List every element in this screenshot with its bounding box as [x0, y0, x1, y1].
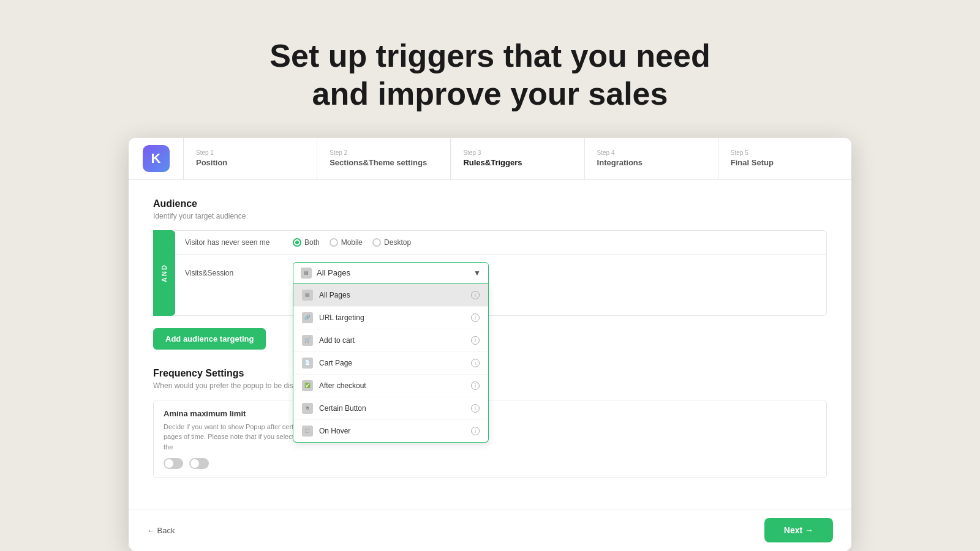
toggle-switch-1[interactable] — [164, 458, 183, 469]
info-icon-1: i — [471, 313, 480, 322]
frequency-section: Frequency Settings When would you prefer… — [153, 368, 827, 479]
info-icon-6: i — [471, 427, 480, 435]
step-1-name: Position — [196, 158, 304, 167]
step-1-label: Step 1 — [196, 149, 304, 156]
step-3-name: Rules&Triggers — [463, 158, 571, 167]
dropdown-selected-value: All Pages — [317, 268, 469, 277]
info-icon-5: i — [471, 404, 480, 413]
step-5-name: Final Setup — [731, 158, 839, 167]
radio-mobile[interactable]: Mobile — [330, 238, 363, 247]
all-pages-icon: ▤ — [302, 290, 313, 301]
after-checkout-icon: ✅ — [302, 380, 313, 391]
step-4-name: Integrations — [597, 158, 706, 167]
step-1[interactable]: Step 1 Position — [184, 138, 317, 179]
cart-page-icon: 📄 — [302, 358, 313, 369]
radio-both[interactable]: Both — [293, 238, 320, 247]
info-icon-4: i — [471, 381, 480, 390]
freq-toggles — [164, 458, 816, 469]
pages-dropdown-trigger[interactable]: ▤ All Pages ▼ — [293, 262, 489, 284]
chevron-down-icon: ▼ — [473, 269, 481, 277]
step-2-label: Step 2 — [330, 149, 438, 156]
frequency-subtitle: When would you prefer the popup to be di… — [153, 381, 827, 390]
info-icon-3: i — [471, 359, 480, 367]
on-hover-icon: ⬚ — [302, 425, 313, 437]
audience-block: AND Visitor has never seen me Both Mobil… — [153, 230, 827, 316]
condition-2-label: Visits&Session — [185, 269, 283, 277]
main-content: Audience Identify your target audience A… — [129, 180, 851, 509]
audience-subtitle: Identify your target audience — [153, 212, 827, 220]
dropdown-item-on-hover[interactable]: ⬚ On Hover i — [293, 420, 488, 442]
hero-section: Set up triggers that you need and improv… — [257, 0, 722, 138]
steps-bar: K Step 1 Position Step 2 Sections&Theme … — [129, 138, 851, 180]
radio-both-circle — [293, 238, 301, 247]
conditions-area: Visitor has never seen me Both Mobile — [175, 230, 827, 316]
step-5-label: Step 5 — [731, 149, 839, 156]
dropdown-trigger-icon: ▤ — [301, 268, 312, 279]
frequency-setting-box: Amina maximum limit Decide if you want t… — [153, 400, 827, 479]
device-radio-group: Both Mobile Desktop — [293, 238, 411, 247]
radio-mobile-circle — [330, 238, 338, 247]
app-window: K Step 1 Position Step 2 Sections&Theme … — [129, 138, 851, 551]
pages-dropdown-wrapper: ▤ All Pages ▼ ▤ All Pages i 🔗 — [293, 262, 489, 284]
step-2-name: Sections&Theme settings — [330, 158, 438, 167]
radio-desktop[interactable]: Desktop — [372, 238, 411, 247]
pages-dropdown-list: ▤ All Pages i 🔗 URL targeting i 🛒 — [293, 284, 489, 443]
condition-1-label: Visitor has never seen me — [185, 238, 283, 247]
app-logo: K — [143, 145, 170, 172]
bottom-bar: ← Back Next → — [129, 509, 851, 551]
dropdown-item-all-pages[interactable]: ▤ All Pages i — [293, 284, 488, 307]
next-button[interactable]: Next → — [764, 518, 833, 542]
radio-desktop-circle — [372, 238, 381, 247]
step-3[interactable]: Step 3 Rules&Triggers — [451, 138, 584, 179]
step-5[interactable]: Step 5 Final Setup — [718, 138, 851, 179]
step-4[interactable]: Step 4 Integrations — [585, 138, 718, 179]
step-4-label: Step 4 — [597, 149, 706, 156]
certain-button-icon: 🖱 — [302, 403, 313, 414]
step-3-label: Step 3 — [463, 149, 571, 156]
dropdown-item-add-to-cart[interactable]: 🛒 Add to cart i — [293, 329, 488, 352]
hero-title: Set up triggers that you need and improv… — [270, 37, 710, 113]
condition-row-1: Visitor has never seen me Both Mobile — [175, 231, 826, 255]
info-icon-2: i — [471, 336, 480, 345]
add-audience-button[interactable]: Add audience targeting — [153, 328, 266, 350]
dropdown-item-certain-button[interactable]: 🖱 Certain Button i — [293, 397, 488, 420]
condition-row-2: Visits&Session ▤ All Pages ▼ ▤ All Pages… — [175, 255, 826, 291]
logo-area: K — [129, 138, 184, 179]
info-icon-0: i — [471, 291, 480, 299]
freq-setting-title: Amina maximum limit — [164, 409, 816, 418]
url-targeting-icon: 🔗 — [302, 312, 313, 323]
add-to-cart-icon: 🛒 — [302, 335, 313, 346]
dropdown-item-cart-page[interactable]: 📄 Cart Page i — [293, 352, 488, 375]
back-button[interactable]: ← Back — [147, 526, 175, 535]
and-bar: AND — [153, 230, 175, 316]
dropdown-item-after-checkout[interactable]: ✅ After checkout i — [293, 375, 488, 397]
toggle-switch-2[interactable] — [189, 458, 209, 469]
step-2[interactable]: Step 2 Sections&Theme settings — [317, 138, 451, 179]
audience-title: Audience — [153, 198, 827, 209]
frequency-title: Frequency Settings — [153, 368, 827, 379]
dropdown-item-url-targeting[interactable]: 🔗 URL targeting i — [293, 307, 488, 329]
